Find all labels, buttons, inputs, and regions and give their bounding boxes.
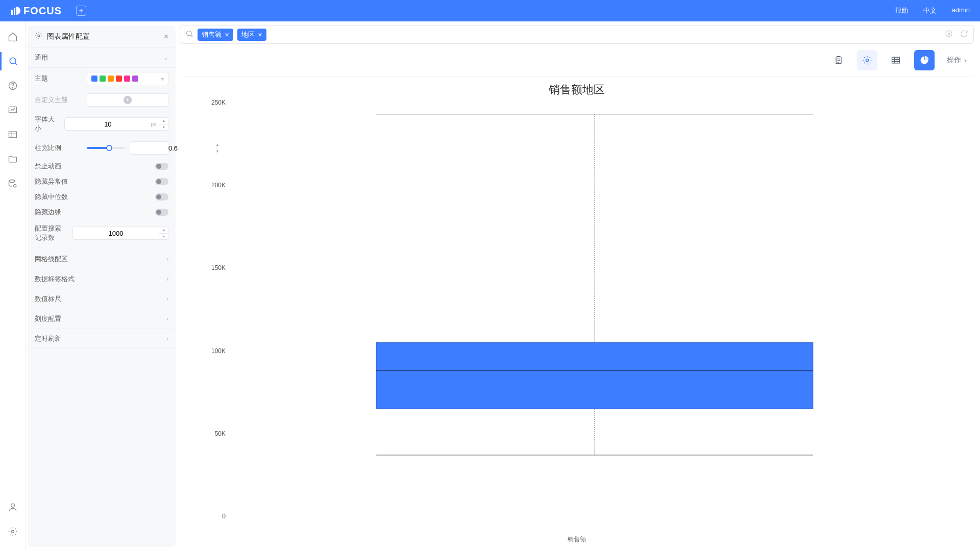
rail-trend-icon[interactable]	[4, 101, 22, 119]
theme-swatch	[108, 76, 114, 82]
rail-folder-icon[interactable]	[4, 150, 22, 168]
svg-point-10	[11, 531, 14, 533]
chevron-right-icon: ›	[166, 276, 168, 283]
rail-table-icon[interactable]	[4, 126, 22, 144]
svg-text:200K: 200K	[211, 182, 226, 189]
rail-settings-icon[interactable]	[4, 522, 22, 541]
caret-down-icon: ▾	[161, 76, 164, 82]
chip-remove-icon[interactable]: ✕	[258, 32, 262, 38]
toggle-disable-anim-label: 禁止动画	[35, 162, 155, 171]
rail-user-icon[interactable]	[4, 498, 22, 516]
fontsize-step-down[interactable]: ▾	[159, 124, 168, 131]
toggle-disable-anim[interactable]	[155, 163, 168, 170]
search-bar[interactable]: 销售额✕ 地区✕	[180, 26, 974, 44]
panel-close-icon[interactable]: ×	[164, 32, 168, 41]
rail-search-icon[interactable]	[0, 52, 26, 70]
toggle-hide-median[interactable]	[155, 193, 168, 201]
search-chip[interactable]: 销售额✕	[198, 29, 233, 41]
section-general[interactable]: 通用 ⌄	[28, 48, 176, 68]
svg-rect-16	[892, 57, 900, 63]
x-axis-label: 销售额	[568, 535, 586, 544]
svg-rect-6	[9, 132, 16, 138]
section-general-label: 通用	[35, 53, 48, 62]
chevron-right-icon: ›	[166, 256, 168, 263]
clipboard-icon[interactable]	[828, 50, 849, 70]
svg-point-4	[12, 88, 13, 88]
nav-user[interactable]: admin	[952, 6, 970, 15]
svg-rect-1	[14, 8, 15, 15]
toggle-hide-median-label: 隐藏中位数	[35, 192, 155, 202]
theme-swatch	[124, 76, 130, 82]
searchrec-input[interactable]	[73, 230, 159, 237]
fontsize-step-up[interactable]: ▴	[159, 118, 168, 124]
refresh-icon[interactable]	[960, 30, 968, 40]
section-gridline[interactable]: 网格线配置›	[28, 249, 176, 269]
nav-help[interactable]: 帮助	[895, 6, 908, 15]
prop-barratio-label: 柱宽比例	[35, 143, 82, 153]
svg-point-15	[866, 59, 869, 62]
svg-rect-0	[11, 10, 13, 15]
chart-area: 销售额地区 050K100K150K200K250K 销售额	[180, 77, 974, 547]
nav-language[interactable]: 中文	[923, 6, 937, 15]
barratio-slider[interactable]	[87, 147, 125, 149]
theme-swatch	[91, 76, 97, 82]
panel-gear-icon	[35, 32, 43, 41]
nav-rail	[0, 21, 26, 551]
search-icon	[185, 30, 193, 40]
boxplot-svg: 050K100K150K200K250K	[200, 97, 964, 532]
searchrec-step-up[interactable]: ▴	[159, 227, 168, 234]
chip-remove-icon[interactable]: ✕	[225, 32, 229, 38]
rail-home-icon[interactable]	[4, 28, 22, 46]
operations-dropdown[interactable]: 操作▾	[947, 56, 967, 65]
section-datalabelfmt[interactable]: 数据标签格式›	[28, 269, 176, 289]
chevron-right-icon: ›	[166, 335, 168, 342]
search-chip[interactable]: 地区✕	[237, 29, 266, 41]
svg-point-9	[11, 504, 14, 507]
svg-point-11	[38, 35, 40, 37]
chart-view-button[interactable]	[914, 50, 935, 70]
theme-selector[interactable]: ▾	[87, 72, 168, 85]
toggle-hide-outlier-label: 隐藏异常值	[35, 177, 155, 186]
brand-logo-icon	[10, 6, 20, 16]
rail-help-icon[interactable]	[4, 77, 22, 95]
theme-swatch	[100, 76, 106, 82]
prop-theme-label: 主题	[35, 74, 82, 83]
add-custom-theme-button[interactable]: +	[124, 96, 132, 104]
toggle-hide-edge-label: 隐藏边缘	[35, 208, 155, 217]
fontsize-input[interactable]	[65, 120, 151, 128]
svg-text:250K: 250K	[211, 99, 226, 106]
top-bar: FOCUS ＋ 帮助 中文 admin	[0, 0, 980, 21]
svg-point-7	[9, 180, 15, 183]
svg-point-8	[13, 185, 16, 187]
clear-search-icon[interactable]	[945, 30, 953, 40]
prop-custom-theme-label: 自定义主题	[35, 95, 82, 105]
brand-name: FOCUS	[23, 5, 62, 17]
chevron-down-icon: ⌄	[163, 54, 168, 61]
prop-fontsize-label: 字体大小	[35, 115, 59, 133]
toggle-hide-outlier[interactable]	[155, 178, 168, 185]
chevron-right-icon: ›	[166, 295, 168, 303]
panel-title: 图表属性配置	[47, 32, 90, 41]
theme-swatch	[116, 76, 122, 82]
table-view-button[interactable]	[886, 50, 906, 70]
fontsize-unit: px	[151, 121, 157, 127]
svg-rect-27	[376, 342, 813, 409]
section-valueruler[interactable]: 数值标尺›	[28, 289, 176, 309]
svg-point-12	[187, 31, 191, 36]
svg-point-2	[10, 58, 16, 64]
caret-down-icon: ▾	[964, 58, 967, 63]
svg-text:50K: 50K	[215, 430, 226, 437]
section-tickcfg[interactable]: 刻度配置›	[28, 309, 176, 329]
toggle-hide-edge[interactable]	[155, 209, 168, 216]
theme-swatch	[132, 76, 138, 82]
prop-searchrec-label: 配置搜索记录数	[35, 224, 67, 242]
section-timedrefresh[interactable]: 定时刷新›	[28, 329, 176, 349]
searchrec-step-down[interactable]: ▾	[159, 234, 168, 240]
chart-settings-button[interactable]	[857, 50, 877, 70]
new-tab-button[interactable]: ＋	[76, 6, 86, 16]
chart-toolbar: 操作▾	[180, 47, 974, 73]
svg-text:150K: 150K	[211, 264, 226, 271]
brand-block: FOCUS	[10, 5, 62, 17]
config-panel: 图表属性配置 × 通用 ⌄ 主题 ▾ 自定义主题 + 字体大小 px ▴▾	[28, 26, 176, 547]
rail-dbgear-icon[interactable]	[4, 174, 22, 193]
